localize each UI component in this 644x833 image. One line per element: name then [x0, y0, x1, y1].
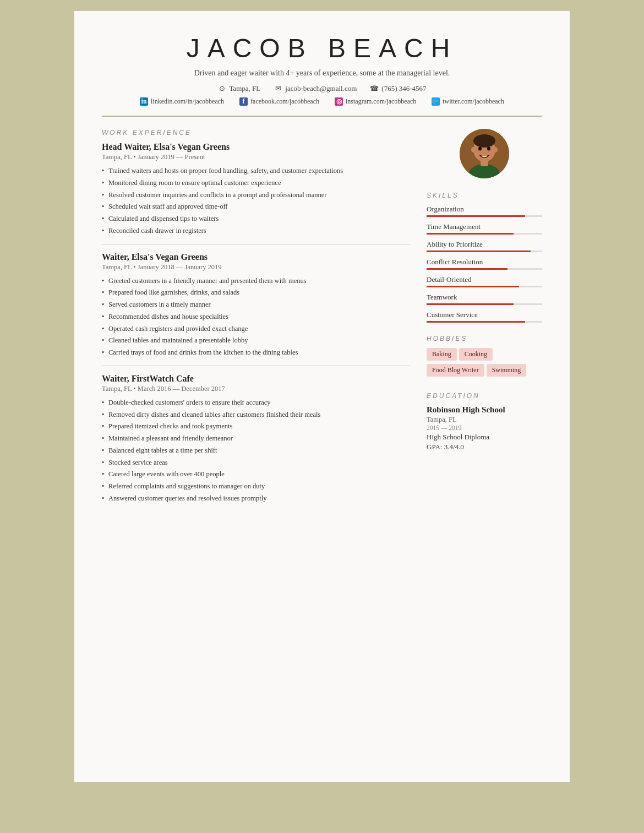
- hobby-tag: Swimming: [487, 364, 527, 377]
- skill-item: Time Management: [427, 222, 542, 235]
- skill-bar-bg: [427, 251, 542, 252]
- list-item: Answered customer queries and resolved i…: [102, 493, 410, 504]
- list-item: Calculated and dispensed tips to waiters: [102, 214, 410, 224]
- skill-bar-bg: [427, 286, 542, 287]
- list-item: Catered large events with over 400 peopl…: [102, 469, 410, 480]
- phone-icon: ☎: [370, 84, 379, 93]
- job-1-meta: Tampa, FL • January 2019 — Present: [102, 153, 410, 161]
- job-3-meta: Tampa, FL • March 2016 — December 2017: [102, 385, 410, 393]
- job-1-title: Head Waiter, Elsa's Vegan Greens: [102, 142, 410, 152]
- list-item: Monitored dining room to ensure optimal …: [102, 178, 410, 188]
- list-item: Carried trays of food and drinks from th…: [102, 347, 410, 358]
- instagram-icon: ◎: [335, 97, 343, 106]
- facebook-icon: f: [239, 97, 248, 106]
- list-item: Trained waiters and hosts on proper food…: [102, 166, 410, 176]
- candidate-tagline: Driven and eager waiter with 4+ years of…: [102, 69, 542, 78]
- email-item: ✉ jacob-beach@gmail.com: [274, 84, 357, 93]
- edu-school: Robinson High School: [427, 405, 542, 415]
- hobbies-list: BakingCookingFood Blog WriterSwimming: [427, 348, 542, 380]
- phone-item: ☎ (765) 346-4567: [370, 84, 426, 93]
- skill-bar-fill: [427, 251, 531, 252]
- svg-point-6: [487, 147, 490, 151]
- candidate-name: JACOB BEACH: [102, 33, 542, 63]
- hobby-tag: Cooking: [459, 348, 493, 361]
- education-title: EDUCATION: [427, 392, 542, 400]
- list-item: Double-checked customers' orders to ensu…: [102, 398, 410, 408]
- contact-info: ⊙ Tampa, FL ✉ jacob-beach@gmail.com ☎ (7…: [102, 84, 542, 93]
- svg-point-4: [493, 147, 498, 153]
- skill-item: Ability to Prioritize: [427, 240, 542, 252]
- list-item: Greeted customers in a friendly manner a…: [102, 276, 410, 286]
- avatar: [460, 129, 509, 178]
- location-icon: ⊙: [217, 84, 226, 93]
- twitter-icon: 🐦: [432, 97, 440, 106]
- list-item: Resolved customer inquiries and conflict…: [102, 190, 410, 200]
- education-section: EDUCATION Robinson High School Tampa, FL…: [427, 392, 542, 451]
- skill-name: Time Management: [427, 222, 542, 231]
- skill-bar-fill: [427, 233, 514, 235]
- list-item: Cleaned tables and maintained a presenta…: [102, 335, 410, 346]
- job-2-bullets: Greeted customers in a friendly manner a…: [102, 276, 410, 358]
- main-content: WORK EXPERIENCE Head Waiter, Elsa's Vega…: [102, 129, 542, 510]
- edu-gpa: GPA: 3.4/4.0: [427, 443, 542, 451]
- skill-bar-fill: [427, 321, 525, 323]
- job-2-meta: Tampa, FL • January 2018 — January 2019: [102, 263, 410, 271]
- list-item: Recommended dishes and house specialties: [102, 312, 410, 322]
- skill-bar-fill: [427, 268, 507, 270]
- right-column: SKILLS Organization Time Management Abil…: [427, 129, 542, 510]
- skill-item: Teamwork: [427, 293, 542, 305]
- linkedin-icon: in: [140, 97, 148, 106]
- email-text: jacob-beach@gmail.com: [285, 84, 357, 93]
- skill-item: Organization: [427, 205, 542, 217]
- facebook-item: f facebook.com/jacobbeach: [239, 97, 319, 106]
- social-links: in linkedin.com/in/jacobbeach f facebook…: [102, 97, 542, 106]
- list-item: Stocked service areas: [102, 458, 410, 468]
- skill-name: Teamwork: [427, 293, 542, 302]
- skill-bar-bg: [427, 268, 542, 270]
- job-2-title: Waiter, Elsa's Vegan Greens: [102, 252, 410, 262]
- instagram-item: ◎ instagram.com/jacobbeach: [335, 97, 416, 106]
- avatar-container: [427, 129, 542, 178]
- instagram-text: instagram.com/jacobbeach: [346, 97, 416, 106]
- resume-paper: JACOB BEACH Driven and eager waiter with…: [74, 11, 570, 782]
- location-item: ⊙ Tampa, FL: [217, 84, 260, 93]
- list-item: Maintained a pleasant and friendly demea…: [102, 433, 410, 444]
- list-item: Prepared food like garnishes, drinks, an…: [102, 287, 410, 298]
- skill-bar-fill: [427, 303, 514, 305]
- skills-list: Organization Time Management Ability to …: [427, 205, 542, 323]
- work-experience-section: WORK EXPERIENCE Head Waiter, Elsa's Vega…: [102, 129, 410, 504]
- list-item: Scheduled wait staff and approved time-o…: [102, 202, 410, 212]
- list-item: Reconciled cash drawer in registers: [102, 226, 410, 236]
- skills-title: SKILLS: [427, 192, 542, 199]
- skill-bar-fill: [427, 215, 525, 217]
- list-item: Operated cash registers and provided exa…: [102, 324, 410, 334]
- skill-bar-bg: [427, 215, 542, 217]
- skill-bar-bg: [427, 303, 542, 305]
- job-1: Head Waiter, Elsa's Vegan Greens Tampa, …: [102, 142, 410, 236]
- skill-bar-bg: [427, 321, 542, 323]
- phone-text: (765) 346-4567: [381, 84, 426, 93]
- skill-item: Conflict Resolution: [427, 258, 542, 270]
- skill-name: Customer Service: [427, 311, 542, 319]
- location-text: Tampa, FL: [229, 84, 260, 93]
- job-3-bullets: Double-checked customers' orders to ensu…: [102, 398, 410, 504]
- list-item: Referred complaints and suggestions to m…: [102, 481, 410, 492]
- avatar-svg: [460, 129, 509, 178]
- twitter-item: 🐦 twitter.com/jacobbeach: [432, 97, 504, 106]
- email-icon: ✉: [274, 84, 282, 93]
- skill-bar-fill: [427, 286, 519, 287]
- list-item: Prepared itemized checks and took paymen…: [102, 421, 410, 432]
- work-experience-title: WORK EXPERIENCE: [102, 129, 410, 137]
- edu-location: Tampa, FL: [427, 416, 542, 424]
- skill-name: Detail-Oriented: [427, 275, 542, 284]
- job-3-title: Waiter, FirstWatch Cafe: [102, 374, 410, 384]
- skill-item: Customer Service: [427, 311, 542, 323]
- edu-degree: High School Diploma: [427, 433, 542, 442]
- job-divider-1: [102, 244, 410, 244]
- header-divider: [102, 116, 542, 117]
- hobbies-title: HOBBIES: [427, 335, 542, 342]
- linkedin-item: in linkedin.com/in/jacobbeach: [140, 97, 224, 106]
- list-item: Removed dirty dishes and cleaned tables …: [102, 410, 410, 420]
- skills-section: SKILLS Organization Time Management Abil…: [427, 192, 542, 323]
- hobby-tag: Baking: [427, 348, 457, 361]
